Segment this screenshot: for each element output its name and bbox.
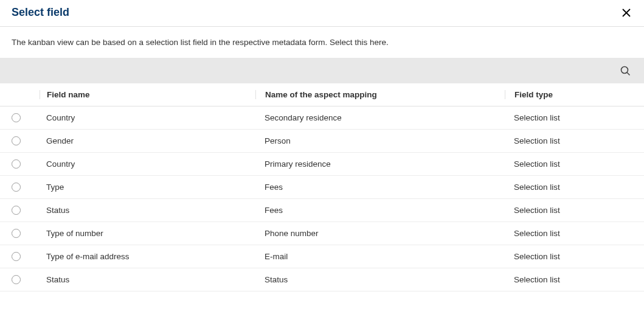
col-aspect-header[interactable]: Name of the aspect mapping xyxy=(255,90,505,99)
table-row[interactable]: Type Fees Selection list xyxy=(0,176,644,199)
radio-button[interactable] xyxy=(12,206,21,215)
radio-cell xyxy=(0,229,40,238)
fieldname-cell: Country xyxy=(40,113,255,122)
close-icon[interactable] xyxy=(620,7,632,19)
fieldname-cell: Type of e-mail address xyxy=(40,252,255,261)
radio-cell xyxy=(0,206,40,215)
fieldname-cell: Type xyxy=(40,183,255,192)
table-row[interactable]: Type of number Phone number Selection li… xyxy=(0,222,644,245)
aspect-cell: Primary residence xyxy=(255,159,505,169)
field-table: Field name Name of the aspect mapping Fi… xyxy=(0,83,644,291)
radio-cell xyxy=(0,136,40,145)
fieldtype-cell: Selection list xyxy=(505,159,644,169)
radio-cell xyxy=(0,113,40,122)
fieldname-cell: Type of number xyxy=(40,229,255,238)
page-title: Select field xyxy=(12,6,69,19)
radio-button[interactable] xyxy=(12,183,21,192)
radio-button[interactable] xyxy=(12,113,21,122)
col-radio-header xyxy=(0,90,40,99)
table-header: Field name Name of the aspect mapping Fi… xyxy=(0,83,644,106)
svg-point-2 xyxy=(621,66,628,73)
fieldname-cell: Status xyxy=(40,206,255,215)
aspect-cell: Secondary residence xyxy=(255,113,505,122)
radio-button[interactable] xyxy=(12,252,21,261)
radio-button[interactable] xyxy=(12,136,21,145)
radio-cell xyxy=(0,159,40,169)
svg-line-3 xyxy=(627,72,630,75)
search-bar xyxy=(0,58,644,83)
table-row[interactable]: Status Status Selection list xyxy=(0,268,644,291)
fieldname-cell: Country xyxy=(40,159,255,169)
table-row[interactable]: Gender Person Selection list xyxy=(0,130,644,153)
radio-cell xyxy=(0,183,40,192)
radio-button[interactable] xyxy=(12,229,21,238)
table-row[interactable]: Country Secondary residence Selection li… xyxy=(0,106,644,130)
fieldtype-cell: Selection list xyxy=(505,275,644,284)
aspect-cell: E-mail xyxy=(255,252,505,261)
aspect-cell: Status xyxy=(255,275,505,284)
fieldtype-cell: Selection list xyxy=(505,113,644,122)
description-text: The kanban view can be based on a select… xyxy=(0,27,644,58)
aspect-cell: Fees xyxy=(255,206,505,215)
col-fieldname-header[interactable]: Field name xyxy=(40,90,255,99)
aspect-cell: Person xyxy=(255,136,505,145)
fieldname-cell: Gender xyxy=(40,136,255,145)
fieldtype-cell: Selection list xyxy=(505,229,644,238)
table-row[interactable]: Type of e-mail address E-mail Selection … xyxy=(0,245,644,268)
fieldtype-cell: Selection list xyxy=(505,252,644,261)
dialog-header: Select field xyxy=(0,0,644,27)
fieldname-cell: Status xyxy=(40,275,255,284)
aspect-cell: Phone number xyxy=(255,229,505,238)
fieldtype-cell: Selection list xyxy=(505,183,644,192)
radio-cell xyxy=(0,275,40,284)
table-row[interactable]: Country Primary residence Selection list xyxy=(0,153,644,176)
aspect-cell: Fees xyxy=(255,183,505,192)
table-row[interactable]: Status Fees Selection list xyxy=(0,199,644,222)
radio-button[interactable] xyxy=(12,159,21,169)
search-icon[interactable] xyxy=(620,66,631,76)
col-fieldtype-header[interactable]: Field type xyxy=(505,90,644,99)
radio-cell xyxy=(0,252,40,261)
radio-button[interactable] xyxy=(12,275,21,284)
fieldtype-cell: Selection list xyxy=(505,136,644,145)
fieldtype-cell: Selection list xyxy=(505,206,644,215)
